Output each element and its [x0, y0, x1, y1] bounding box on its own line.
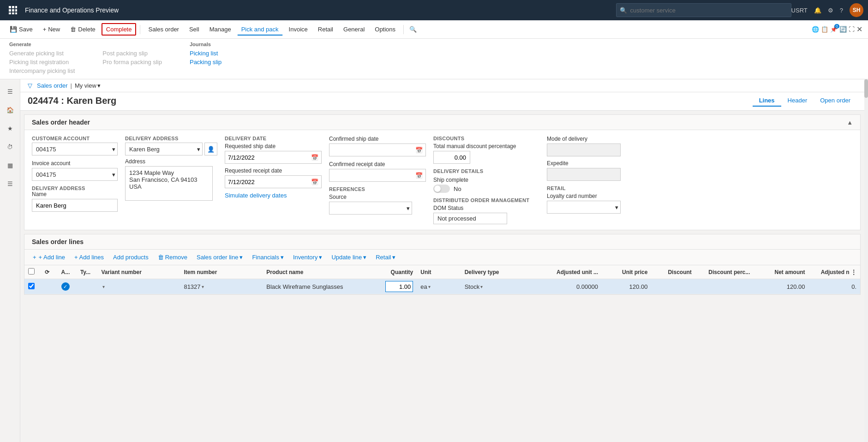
manage-button[interactable]: Manage [205, 24, 235, 35]
post-packing-slip-link[interactable]: Post packing slip [102, 49, 162, 58]
delivery-address-select[interactable]: Karen Berg ▾ [125, 143, 203, 155]
pick-and-pack-button[interactable]: Pick and pack [237, 24, 283, 36]
badge-icon[interactable]: 📌0 [830, 26, 838, 33]
sidebar-menu-icon[interactable]: ☰ [2, 83, 18, 100]
confirmed-ship-date-input[interactable]: 📅 [329, 143, 426, 156]
new-button[interactable]: + New [39, 24, 65, 35]
search-toolbar-icon[interactable]: 🔍 [409, 26, 417, 33]
requested-receipt-date-text[interactable] [225, 179, 308, 185]
view-selector[interactable]: My view ▾ [75, 82, 101, 89]
variant-dropdown[interactable]: ▾ [102, 284, 177, 289]
pro-forma-packing-slip-link[interactable]: Pro forma packing slip [102, 58, 162, 66]
table-row[interactable]: ▾ 81327 ▾ Black Wireframe Sunglasses [24, 279, 860, 294]
complete-button[interactable]: Complete [102, 23, 137, 36]
requested-ship-date-input[interactable]: 📅 [225, 151, 322, 164]
name-input[interactable] [32, 199, 118, 212]
requested-receipt-date-input[interactable]: 📅 [225, 175, 322, 188]
right-scrollbar[interactable] [864, 79, 868, 442]
collapse-button[interactable]: ▲ [847, 119, 853, 126]
delete-button[interactable]: 🗑 Delete [66, 24, 100, 35]
calendar-icon2[interactable]: 📅 [308, 179, 321, 185]
address-edit-button[interactable]: 👤 [204, 143, 217, 155]
refresh-icon[interactable]: 🔄 [839, 26, 847, 33]
generate-picking-list-link[interactable]: Generate picking list [9, 49, 75, 58]
delivery-type-dropdown[interactable]: Stock ▾ [465, 283, 540, 290]
total-manual-discount-input[interactable] [433, 151, 470, 164]
calendar-icon3[interactable]: 📅 [413, 147, 425, 154]
search-bar[interactable]: 🔍 [616, 3, 791, 17]
tab-header[interactable]: Header [781, 95, 814, 107]
sidebar-workspaces-icon[interactable]: ▦ [2, 157, 18, 173]
confirmed-receipt-date-input[interactable]: 📅 [329, 169, 426, 182]
sales-order-lines-section: Sales order lines + + Add line + Add lin… [24, 234, 861, 295]
calendar-icon[interactable]: 📅 [308, 154, 321, 161]
ship-complete-toggle[interactable]: No [433, 185, 539, 193]
total-manual-discount-text[interactable] [437, 154, 466, 161]
pane-icon[interactable]: 📋 [821, 26, 828, 33]
picking-list-link[interactable]: Picking list [190, 49, 221, 58]
expand-icon[interactable]: ⛶ [849, 26, 855, 33]
financials-dropdown[interactable]: Financials ▾ [249, 252, 287, 262]
add-line-button[interactable]: + + Add line [30, 252, 68, 262]
sidebar-modules-icon[interactable]: ☰ [2, 175, 18, 192]
sidebar-recent-icon[interactable]: ⏱ [2, 138, 18, 155]
confirmed-ship-date-text[interactable] [329, 147, 413, 154]
filter-icon[interactable]: ▽ [28, 82, 32, 89]
confirmed-receipt-date-text[interactable] [329, 172, 413, 179]
invoice-account-select[interactable]: 004175 ▾ [32, 168, 118, 181]
notification-icon[interactable]: 🔔 [814, 7, 821, 14]
picking-list-registration-link[interactable]: Picking list registration [9, 58, 75, 66]
quantity-input[interactable] [385, 281, 413, 292]
search-input[interactable] [616, 3, 791, 17]
row-variant-cell[interactable]: ▾ [98, 279, 180, 294]
settings-icon[interactable]: ⚙ [828, 7, 833, 14]
globe-icon[interactable]: 🌐 [812, 26, 819, 33]
dom-status-input[interactable] [433, 213, 507, 224]
loyalty-card-select[interactable]: ▾ [547, 201, 621, 214]
breadcrumb-sales-order[interactable]: Sales order [37, 82, 67, 89]
customer-account-select[interactable]: 004175 ▾ [32, 143, 118, 155]
packing-slip-link[interactable]: Packing slip [190, 58, 221, 66]
calendar-icon4[interactable]: 📅 [413, 172, 425, 179]
help-icon[interactable]: ? [840, 7, 843, 14]
add-products-button[interactable]: Add products [110, 252, 151, 262]
unit-dropdown[interactable]: ea ▾ [420, 283, 457, 290]
close-icon[interactable]: ✕ [856, 25, 862, 34]
requested-ship-date-text[interactable] [225, 154, 308, 161]
name-text-input[interactable] [36, 202, 114, 209]
row-checkbox-cell[interactable] [24, 279, 41, 294]
tab-open-order[interactable]: Open order [814, 95, 857, 107]
inventory-dropdown[interactable]: Inventory ▾ [290, 252, 325, 262]
update-line-dropdown[interactable]: Update line ▾ [329, 252, 369, 262]
invoice-button[interactable]: Invoice [285, 24, 312, 35]
simulate-delivery-dates-link[interactable]: Simulate delivery dates [225, 192, 287, 199]
row-checkbox[interactable] [28, 283, 35, 289]
row-unit-cell[interactable]: ea ▾ [417, 279, 461, 294]
sales-order-line-dropdown[interactable]: Sales order line ▾ [194, 252, 245, 262]
sell-button[interactable]: Sell [185, 24, 204, 35]
add-lines-button[interactable]: + Add lines [72, 252, 107, 262]
row-delivery-type-cell[interactable]: Stock ▾ [461, 279, 544, 294]
row-item-number-cell[interactable]: 81327 ▾ [180, 279, 263, 294]
select-all-checkbox[interactable] [28, 268, 35, 275]
sidebar-home-icon[interactable]: 🏠 [2, 102, 18, 118]
source-select[interactable]: ▾ [329, 202, 412, 215]
row-quantity-cell[interactable] [373, 279, 417, 294]
sales-order-button[interactable]: Sales order [144, 24, 183, 35]
retail-dropdown[interactable]: Retail ▾ [373, 252, 398, 262]
sidebar-favorites-icon[interactable]: ★ [2, 120, 18, 137]
intercompany-picking-list-link[interactable]: Intercompany picking list [9, 66, 75, 75]
save-button[interactable]: 💾 Save [6, 24, 37, 35]
waffle-menu[interactable] [5, 6, 21, 14]
retail-button[interactable]: Retail [314, 24, 337, 35]
address-textarea[interactable] [125, 166, 213, 201]
item-number-dropdown[interactable]: 81327 ▾ [184, 283, 259, 290]
tab-lines[interactable]: Lines [753, 95, 781, 107]
requested-ship-date-field: Requested ship date 📅 [225, 143, 322, 164]
avatar[interactable]: SH [850, 3, 863, 17]
confirmed-receipt-date-field: Confirmed receipt date 📅 [329, 161, 426, 182]
remove-button[interactable]: 🗑 Remove [155, 252, 190, 262]
general-button[interactable]: General [339, 24, 369, 35]
options-button[interactable]: Options [371, 24, 400, 35]
toggle-switch[interactable] [433, 185, 450, 193]
